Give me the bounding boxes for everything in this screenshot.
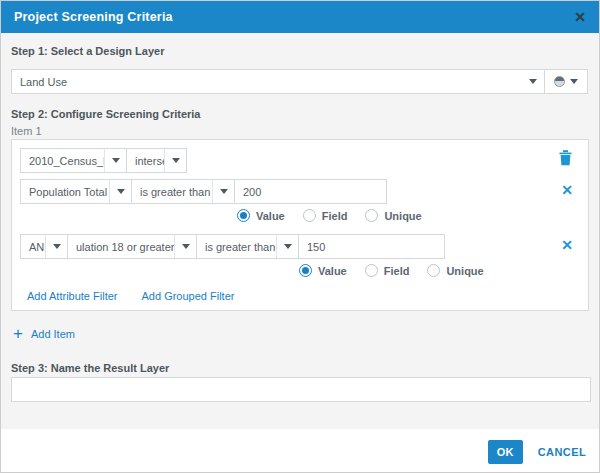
step1-row: Land Use [11, 69, 588, 94]
trash-icon[interactable] [558, 149, 573, 170]
radio-unselected-icon [427, 264, 440, 277]
radio-value[interactable]: Value [299, 264, 347, 277]
cancel-button[interactable]: CANCEL [538, 446, 586, 458]
radio-field-label: Field [322, 210, 348, 222]
chevron-down-icon [45, 235, 67, 258]
spatial-operator-select-value: intersects [127, 149, 164, 172]
filter2-operator-value: is greater than [197, 235, 276, 258]
add-item-label: Add Item [31, 328, 75, 340]
dialog-title: Project Screening Criteria [14, 10, 173, 24]
filter2-field-value: ulation 18 or greater [68, 235, 174, 258]
filter1-field-select[interactable]: Population Total [20, 179, 132, 204]
filter1-operator-select[interactable]: is greater than [131, 179, 235, 204]
radio-value-label: Value [256, 210, 285, 222]
filter1-mode-radio-group: Value Field Unique [237, 209, 422, 222]
item-1-panel: 2010_Census_Blocks intersects Population… [11, 139, 589, 311]
filter-links-row: Add Attribute Filter Add Grouped Filter [27, 290, 234, 302]
screening-layer-select[interactable]: 2010_Census_Blocks [20, 148, 127, 173]
radio-selected-icon [237, 209, 250, 222]
ok-button[interactable]: OK [488, 440, 523, 464]
result-layer-name-input[interactable] [11, 377, 591, 402]
design-layer-select-value: Land Use [12, 70, 522, 93]
radio-unique-label: Unique [446, 265, 483, 277]
filter2-field-select[interactable]: ulation 18 or greater [67, 234, 197, 259]
filter2-value-input[interactable] [298, 234, 445, 259]
chevron-down-icon [174, 235, 196, 258]
radio-unselected-icon [365, 264, 378, 277]
step2-label: Step 2: Configure Screening Criteria [11, 108, 200, 120]
add-attribute-filter-link[interactable]: Add Attribute Filter [27, 290, 118, 302]
radio-unique-label: Unique [384, 210, 421, 222]
chevron-down-icon [109, 180, 131, 203]
chevron-down-icon [522, 70, 544, 93]
filter2-mode-radio-group: Value Field Unique [299, 264, 484, 277]
radio-field-label: Field [384, 265, 410, 277]
filter1-field-value: Population Total [21, 180, 109, 203]
filter1-operator-value: is greater than [132, 180, 212, 203]
layer-icon [554, 76, 565, 87]
plus-icon: + [13, 325, 23, 342]
filter1-value-input[interactable] [234, 179, 387, 204]
filter2-logic-select[interactable]: AND [20, 234, 68, 259]
design-layer-select[interactable]: Land Use [11, 69, 545, 94]
step1-label: Step 1: Select a Design Layer [11, 45, 164, 57]
close-icon[interactable]: ✕ [574, 10, 586, 24]
radio-unique[interactable]: Unique [365, 209, 421, 222]
step3-label: Step 3: Name the Result Layer [11, 362, 169, 374]
screening-layer-select-value: 2010_Census_Blocks [21, 149, 104, 172]
radio-unique[interactable]: Unique [427, 264, 483, 277]
dialog-footer: OK CANCEL [1, 429, 599, 473]
chevron-down-icon [570, 79, 578, 84]
item-1-label: Item 1 [11, 125, 42, 137]
add-item-button[interactable]: + Add Item [13, 325, 75, 342]
radio-field[interactable]: Field [303, 209, 348, 222]
radio-selected-icon [299, 264, 312, 277]
radio-unselected-icon [303, 209, 316, 222]
radio-value[interactable]: Value [237, 209, 285, 222]
radio-unselected-icon [365, 209, 378, 222]
radio-field[interactable]: Field [365, 264, 410, 277]
filter2-logic-value: AND [21, 235, 45, 258]
radio-value-label: Value [318, 265, 347, 277]
spatial-operator-select[interactable]: intersects [126, 148, 187, 173]
dialog-header: Project Screening Criteria ✕ [1, 1, 599, 33]
filter2-operator-select[interactable]: is greater than [196, 234, 299, 259]
chevron-down-icon [212, 180, 234, 203]
remove-filter1-icon[interactable]: ✕ [561, 183, 573, 197]
attribute-filter-row-1: Population Total is greater than [20, 179, 387, 204]
chevron-down-icon [276, 235, 298, 258]
chevron-down-icon [104, 149, 126, 172]
layer-operator-row: 2010_Census_Blocks intersects [20, 148, 187, 173]
attribute-filter-row-2: AND ulation 18 or greater is greater tha… [20, 234, 445, 259]
project-screening-criteria-dialog: Project Screening Criteria ✕ Step 1: Sel… [0, 0, 600, 473]
layer-options-button[interactable] [544, 69, 588, 94]
remove-filter2-icon[interactable]: ✕ [561, 238, 573, 252]
add-grouped-filter-link[interactable]: Add Grouped Filter [142, 290, 235, 302]
chevron-down-icon [164, 149, 186, 172]
